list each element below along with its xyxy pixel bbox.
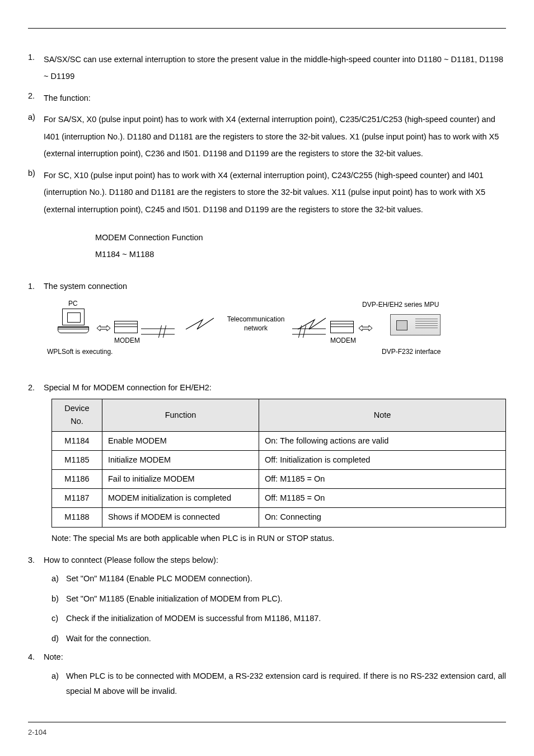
cell: MODEM initialization is completed	[102, 489, 259, 508]
col-header: Note	[259, 399, 506, 431]
table-note: Note: The special Ms are both applicable…	[51, 531, 506, 547]
list-marker: a)	[28, 111, 44, 162]
pc-icon	[57, 309, 90, 333]
list-marker: 3.	[28, 554, 44, 567]
table-row: M1187 MODEM initialization is completed …	[52, 489, 506, 508]
table-row: M1185 Initialize MODEM Off: Initializati…	[52, 450, 506, 469]
list-item: a) When PLC is to be connected with MODE…	[51, 669, 506, 699]
modem-label: MODEM	[330, 335, 356, 346]
cell: Shows if MODEM is connected	[102, 508, 259, 527]
list-marker: a)	[51, 571, 66, 587]
list-marker: b)	[28, 167, 44, 218]
cell: Off: Initialization is completed	[259, 450, 506, 469]
list-item: 1. SA/SX/SC can use external interruptio…	[28, 51, 506, 85]
list-text: The function:	[44, 90, 506, 106]
svg-line-3	[162, 325, 167, 338]
list-marker: 1.	[28, 51, 44, 85]
list-item: c) Check if the initialization of MODEM …	[51, 611, 506, 627]
top-rule	[28, 28, 506, 29]
list-text: Note:	[44, 651, 506, 664]
wpl-label: WPLSoft is executing.	[47, 347, 113, 357]
interface-label: DVP-F232 interface	[382, 347, 441, 357]
list-item: a) Set "On" M1184 (Enable PLC MODEM conn…	[51, 571, 506, 587]
modem-label: MODEM	[114, 335, 140, 346]
list-item: d) Wait for the connection.	[51, 631, 506, 647]
cell: M1188	[52, 508, 102, 527]
col-header: Device No.	[52, 399, 102, 431]
sub-list: a) When PLC is to be connected with MODE…	[51, 669, 506, 699]
cell: M1185	[52, 450, 102, 469]
section-line2: M1184 ~ M1188	[95, 246, 506, 263]
telecom-label: Telecommunication network	[222, 315, 289, 333]
list-text: Wait for the connection.	[66, 631, 506, 647]
list-text: How to conntect (Please follow the steps…	[44, 554, 506, 567]
device-table: Device No. Function Note M1184 Enable MO…	[51, 399, 506, 527]
cell: M1187	[52, 489, 102, 508]
list-marker: 1.	[28, 280, 44, 293]
list-text: SA/SX/SC can use external interruption t…	[44, 51, 506, 85]
list-item: 2. The function:	[28, 90, 506, 106]
col-header: Function	[102, 399, 259, 431]
modem-icon	[114, 321, 138, 333]
list-text: The system connection	[44, 280, 506, 293]
list-text: When PLC is to be connected with MODEM, …	[66, 669, 506, 699]
svg-line-6	[298, 325, 302, 338]
list-text: Check if the initialization of MODEM is …	[66, 611, 506, 627]
list-marker: 2.	[28, 381, 44, 394]
list-item: 4. Note:	[28, 651, 506, 664]
telecom-line1: Telecommunication	[227, 315, 285, 323]
cell: On: The following actions are valid	[259, 431, 506, 450]
list-marker: a)	[51, 669, 66, 699]
list-text: For SA/SX, X0 (pulse input point) has to…	[44, 111, 506, 162]
cell: Off: M1185 = On	[259, 469, 506, 488]
pc-label: PC	[68, 298, 78, 309]
page-number: 2-104	[28, 727, 506, 739]
list-item: b) Set "On" M1185 (Enable initialization…	[51, 591, 506, 607]
cell: M1184	[52, 431, 102, 450]
line-icon	[141, 325, 175, 338]
list-item: 2. Special M for MODEM connection for EH…	[28, 381, 506, 394]
list-item: 3. How to conntect (Please follow the st…	[28, 554, 506, 567]
section-line1: MODEM Connection Function	[95, 229, 506, 246]
list-marker: c)	[51, 611, 66, 627]
table-row: M1188 Shows if MODEM is connected On: Co…	[52, 508, 506, 527]
connection-diagram: PC WPLSoft is executing. MODEM Telecommu…	[51, 298, 506, 371]
double-arrow-icon	[96, 324, 111, 332]
line-icon	[292, 325, 326, 338]
list-text: Set "On" M1185 (Enable initialization of…	[66, 591, 506, 607]
cell: Enable MODEM	[102, 431, 259, 450]
svg-line-2	[158, 325, 162, 338]
device-table-wrap: Device No. Function Note M1184 Enable MO…	[51, 399, 506, 527]
bottom-rule	[28, 722, 506, 722]
telecom-line2: network	[244, 324, 268, 332]
list-marker: b)	[51, 591, 66, 607]
cell: On: Connecting	[259, 508, 506, 527]
list-item: a) For SA/SX, X0 (pulse input point) has…	[28, 111, 506, 162]
list-marker: 2.	[28, 90, 44, 106]
list-item: b) For SC, X10 (pulse input point) has t…	[28, 167, 506, 218]
cell: Initialize MODEM	[102, 450, 259, 469]
double-arrow-icon	[358, 324, 373, 332]
list-marker: 4.	[28, 651, 44, 664]
modem-icon	[330, 321, 354, 333]
svg-line-7	[302, 325, 307, 338]
top-list: 1. SA/SX/SC can use external interruptio…	[28, 51, 506, 218]
cell: Off: M1185 = On	[259, 489, 506, 508]
list-text: For SC, X10 (pulse input point) has to w…	[44, 167, 506, 218]
list-text: Set "On" M1184 (Enable PLC MODEM connect…	[66, 571, 506, 587]
section-heading: MODEM Connection Function M1184 ~ M1188	[95, 229, 506, 263]
table-row: M1186 Fail to initialize MODEM Off: M118…	[52, 469, 506, 488]
cell: M1186	[52, 469, 102, 488]
list-text: Special M for MODEM connection for EH/EH…	[44, 381, 506, 394]
list-marker: d)	[51, 631, 66, 647]
cell: Fail to initialize MODEM	[102, 469, 259, 488]
mpu-icon	[390, 314, 441, 335]
table-header-row: Device No. Function Note	[52, 399, 506, 431]
table-row: M1184 Enable MODEM On: The following act…	[52, 431, 506, 450]
mpu-label: DVP-EH/EH2 series MPU	[362, 300, 439, 310]
list-item: 1. The system connection	[28, 280, 506, 293]
sub-list: a) Set "On" M1184 (Enable PLC MODEM conn…	[51, 571, 506, 646]
